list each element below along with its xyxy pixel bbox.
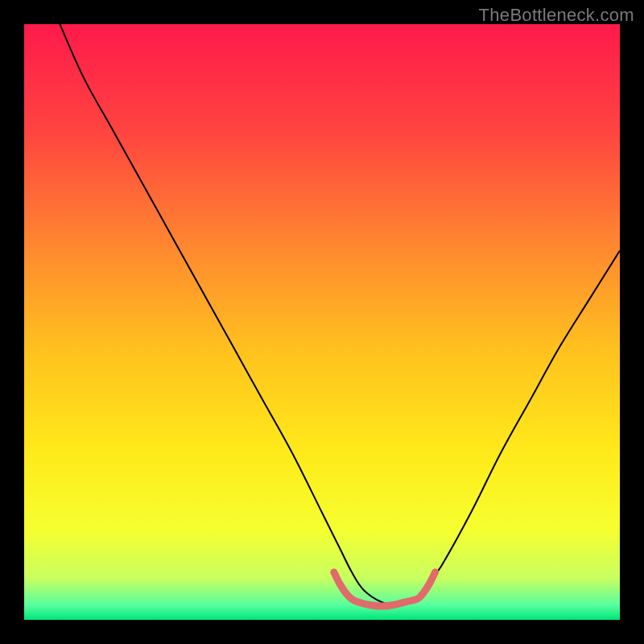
- chart-frame: TheBottleneck.com: [0, 0, 644, 644]
- watermark-text: TheBottleneck.com: [479, 5, 634, 26]
- gradient-background: [24, 24, 620, 620]
- plot-area: [24, 24, 620, 620]
- bottleneck-chart: [24, 24, 620, 620]
